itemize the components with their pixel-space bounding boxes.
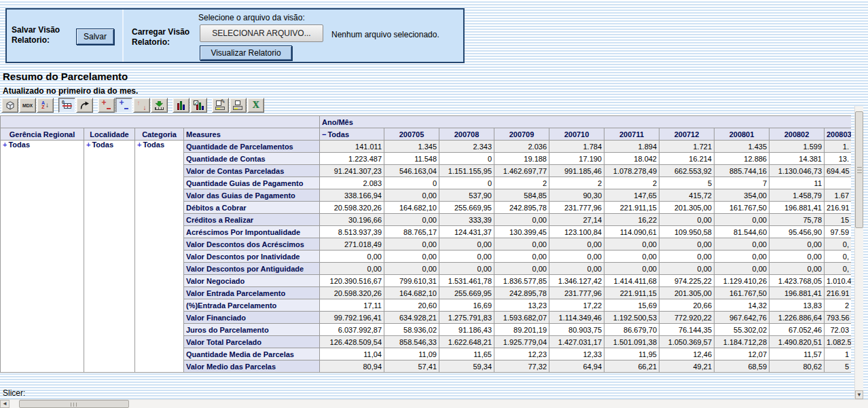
scroll-down-arrow-icon[interactable]: ▼	[855, 390, 863, 399]
drill-member-button[interactable]: +	[98, 98, 115, 113]
measure-label-cell: Valor das Guias de Pagamento	[184, 189, 320, 202]
value-cell: 858.546,33	[384, 336, 439, 348]
export-excel-button[interactable]: X	[247, 98, 264, 113]
measure-label-cell: Créditos a Realizar	[184, 214, 320, 226]
drill-member-icon: +	[102, 101, 111, 110]
show-chart-button[interactable]	[173, 98, 189, 113]
measure-label-cell: Valor Descontos por Inatividade	[184, 251, 320, 263]
select-file-button[interactable]: SELECIONAR ARQUIVO...	[200, 24, 323, 42]
save-view-label: Salvar Visão Relatorio:	[12, 25, 76, 45]
value-cell: 20.598.320,26	[320, 202, 384, 214]
value-cell: 11,65	[439, 348, 494, 360]
value-cell: 72.03	[825, 324, 852, 336]
drill-position-button[interactable]: +	[115, 98, 132, 113]
value-cell: 1.223.487	[320, 153, 384, 165]
value-cell: 1.599	[770, 141, 825, 153]
page-subtitle: Atualizado no primeiro dia do mes.	[3, 86, 138, 96]
value-cell: 1.423.768,05	[770, 275, 825, 287]
chart-config-icon: ✓	[194, 100, 204, 110]
value-cell: 0,00	[439, 238, 494, 251]
value-cell: 255.669,95	[439, 287, 494, 299]
print-pdf-button[interactable]	[230, 98, 247, 113]
value-cell: 0,00	[770, 263, 825, 275]
value-cell: 2	[604, 177, 659, 189]
col-dimension-header: Ano/Mês	[320, 116, 852, 128]
toolbar: MDXAZ↓0++↑↓✓✎X	[1, 97, 265, 113]
vertical-scrollbar[interactable]: ▼	[854, 106, 863, 399]
value-cell: 1.	[825, 141, 852, 153]
value-cell: 16.214	[659, 153, 715, 165]
drill-replace-button[interactable]: ↑↓	[133, 98, 150, 113]
mdx-editor-button[interactable]: MDX	[19, 98, 36, 113]
expand-icon[interactable]: +	[86, 141, 90, 149]
col-header: 200803	[825, 128, 852, 141]
drill-through-button[interactable]	[151, 98, 168, 113]
sort-options-button[interactable]: AZ↓	[37, 98, 54, 113]
view-report-button[interactable]: Visualizar Relatorio	[200, 45, 292, 60]
value-cell: 793.56	[825, 312, 852, 324]
value-cell: 1.593.682,07	[494, 312, 549, 324]
value-cell: 1.151.155,95	[439, 165, 494, 177]
value-cell: 1.925.779,04	[494, 336, 549, 348]
value-cell: 0,00	[384, 263, 439, 275]
horizontal-scrollbar-thumb[interactable]	[19, 400, 129, 408]
report-view-panel: Salvar Visão Relatorio: Salvar Carregar …	[5, 8, 465, 63]
value-cell: 0,00	[320, 251, 384, 263]
value-cell: 130.399,45	[494, 226, 549, 238]
swap-axes-button[interactable]	[76, 98, 93, 113]
value-cell: 57,41	[384, 360, 439, 373]
value-cell: 0,00	[439, 251, 494, 263]
value-cell: 1.082.52	[825, 336, 852, 348]
col-header: 200710	[549, 128, 604, 141]
measure-label-cell: Juros do Parcelamento	[184, 324, 320, 336]
cube-navigator-button[interactable]	[1, 98, 18, 113]
value-cell: 1.192.500,53	[604, 312, 659, 324]
value-cell: 0,00	[439, 263, 494, 275]
value-cell: 91.186,43	[439, 324, 494, 336]
value-cell: 109.950,58	[659, 226, 715, 238]
value-cell: 14,32	[715, 299, 770, 312]
print-config-button[interactable]: ✎	[212, 98, 229, 113]
measure-label-cell: Valor Descontos por Antiguidade	[184, 263, 320, 275]
horizontal-scrollbar[interactable]: ◄	[0, 399, 868, 408]
value-cell: 221.911,15	[604, 287, 659, 299]
value-cell: 17.190	[549, 153, 604, 165]
show-empty-cells-button[interactable]: 0	[58, 98, 75, 113]
value-cell: 8.513.937,39	[320, 226, 384, 238]
value-cell: 216.91	[825, 287, 852, 299]
value-cell: 120.390.516,67	[320, 275, 384, 287]
vertical-scrollbar-thumb[interactable]	[855, 111, 863, 228]
value-cell: 537,90	[439, 189, 494, 202]
row-member-cell[interactable]: +Todas	[84, 141, 135, 373]
value-cell: 1.490.820,51	[770, 336, 825, 348]
drill-position-icon: +	[120, 101, 129, 110]
value-cell: 141.011	[320, 141, 384, 153]
row-member-cell[interactable]: +Todas	[135, 141, 184, 373]
measure-label-cell: Acréscimos Por Impontualidade	[184, 226, 320, 238]
row-member-cell[interactable]: +Todas	[1, 141, 84, 373]
value-cell: 12,46	[659, 348, 715, 360]
scroll-left-arrow-icon[interactable]: ◄	[0, 400, 10, 408]
value-cell: 18.042	[604, 153, 659, 165]
col-header: 200708	[439, 128, 494, 141]
value-cell: 0,	[825, 238, 852, 251]
value-cell	[825, 177, 852, 189]
value-cell: 1.458,79	[770, 189, 825, 202]
value-cell: 0,00	[715, 251, 770, 263]
expand-icon[interactable]: +	[3, 141, 7, 149]
expand-icon[interactable]: +	[137, 141, 141, 149]
chart-config-button[interactable]: ✓	[190, 98, 207, 113]
col-header-todas[interactable]: −Todas	[320, 128, 384, 141]
value-cell: 1.894	[604, 141, 659, 153]
value-cell: 1.114.349,46	[549, 312, 604, 324]
save-button[interactable]: Salvar	[76, 29, 114, 45]
show-empty-icon: 0	[62, 100, 72, 110]
value-cell: 974.225,22	[659, 275, 715, 287]
collapse-icon[interactable]: −	[322, 130, 326, 138]
value-cell: 123.100,84	[549, 226, 604, 238]
value-cell: 13,83	[770, 299, 825, 312]
file-select-label: Selecione o arquivo da visão:	[198, 13, 305, 22]
value-cell: 1.462.697,77	[494, 165, 549, 177]
value-cell: 19.188	[494, 153, 549, 165]
value-cell: 80,62	[770, 360, 825, 373]
